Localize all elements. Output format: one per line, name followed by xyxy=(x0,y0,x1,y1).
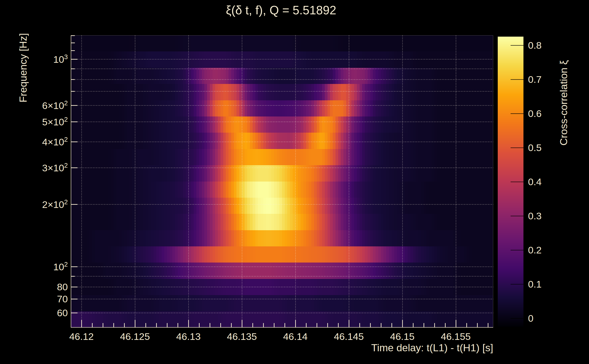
heatmap-plot-area xyxy=(71,35,493,328)
x-tick-label-46.145: 46.145 xyxy=(334,331,364,342)
x-tick-label-46.125: 46.125 xyxy=(120,331,150,342)
x-tick-label-46.135: 46.135 xyxy=(227,331,257,342)
x-tick-label-46.155: 46.155 xyxy=(441,331,471,342)
colorbar-tick-label-0.8: 0.8 xyxy=(528,39,542,51)
x-tick-label-46.13: 46.13 xyxy=(176,331,201,342)
colorbar-tick-label-0.3: 0.3 xyxy=(528,210,542,221)
y-tick-label-400: 4×102 xyxy=(42,136,68,148)
colorbar-tick-label-0.7: 0.7 xyxy=(528,74,542,85)
colorbar-tick-label-0.5: 0.5 xyxy=(528,142,542,153)
x-tick-label-46.14: 46.14 xyxy=(283,331,308,342)
x-tick-label-46.15: 46.15 xyxy=(390,331,415,342)
y-tick-label-600: 6×102 xyxy=(42,99,68,111)
colorbar-gradient xyxy=(498,37,524,327)
y-tick-label-500: 5×102 xyxy=(42,116,68,127)
y-tick-label-60: 60 xyxy=(57,307,68,318)
y-tick-label-300: 3×102 xyxy=(42,162,68,174)
colorbar-tick-label-0.4: 0.4 xyxy=(528,176,542,188)
colorbar-title: Cross-correlation ξ xyxy=(558,60,570,145)
y-tick-label-70: 70 xyxy=(57,293,68,304)
y-axis-title: Frequency [Hz] xyxy=(17,33,29,102)
x-tick-label-46.12: 46.12 xyxy=(69,331,94,342)
x-axis-title: Time delay: t(L1) - t(H1) [s] xyxy=(0,342,493,354)
figure-page: { "figure": { "title": "ξ(δ t, f), Q = 5… xyxy=(0,0,589,364)
colorbar-tick-label-0.1: 0.1 xyxy=(528,279,542,290)
y-tick-label-200: 2×102 xyxy=(42,198,68,210)
chart-title: ξ(δ t, f), Q = 5.51892 xyxy=(0,3,562,17)
colorbar-tick-label-0.2: 0.2 xyxy=(528,245,542,256)
colorbar-tick-label-0.6: 0.6 xyxy=(528,108,542,119)
y-tick-label-100: 102 xyxy=(53,261,68,273)
colorbar-tick-label-0: 0 xyxy=(528,313,533,324)
y-tick-label-80: 80 xyxy=(57,281,68,292)
y-tick-label-1000: 103 xyxy=(53,53,68,65)
